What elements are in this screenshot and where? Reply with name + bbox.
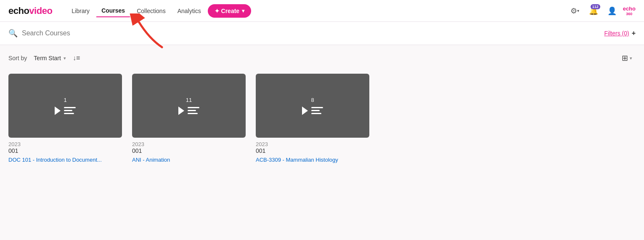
play-line-2b	[188, 110, 196, 111]
filters-label: Filters (0)	[604, 30, 629, 37]
sort-select[interactable]: Term Start ▾	[34, 55, 66, 61]
courses-grid: 1 2023 001 DOC 101 - Introduction to Doc…	[0, 69, 644, 176]
search-bar: 🔍 Filters (0) +	[0, 22, 644, 45]
course-thumbnail-2: 8	[256, 74, 369, 138]
play-lines-1	[188, 107, 199, 114]
play-triangle-2	[302, 107, 308, 115]
play-line-1b	[188, 107, 199, 108]
create-button[interactable]: ✦ Create ▾	[208, 4, 251, 18]
user-button[interactable]: 👤	[604, 3, 620, 19]
play-line-3c	[311, 113, 321, 114]
sort-by-label: Sort by	[8, 55, 27, 61]
search-input[interactable]	[22, 29, 604, 37]
create-label: ✦ Create	[215, 8, 239, 14]
echo360-top-text: echo	[623, 5, 636, 12]
sort-chevron: ▾	[64, 56, 66, 61]
sort-order-button[interactable]: ↓≡	[73, 54, 80, 62]
add-filter-button[interactable]: +	[632, 29, 636, 37]
play-line-2	[64, 110, 72, 111]
play-icon-2	[302, 107, 323, 115]
settings-button[interactable]: ⚙ ▾	[567, 3, 583, 19]
course-year-0: 2023	[8, 141, 122, 147]
play-line-3b	[188, 113, 198, 114]
course-section-0: 001	[8, 147, 122, 154]
play-icon-1	[178, 107, 199, 115]
course-card-0[interactable]: 1 2023 001 DOC 101 - Introduction to Doc…	[8, 74, 122, 163]
grid-chevron: ▾	[630, 56, 632, 61]
header-right: ⚙ ▾ 🔔 112 👤 echo 360	[567, 3, 636, 19]
course-count-1: 11	[186, 97, 192, 103]
settings-chevron: ▾	[577, 8, 579, 13]
search-input-wrap: 🔍	[8, 29, 604, 38]
course-name-1[interactable]: ANI - Animation	[132, 157, 246, 163]
sort-value: Term Start	[34, 55, 61, 61]
course-section-2: 001	[256, 147, 369, 154]
toolbar: Sort by Term Start ▾ ↓≡ ⊞ ▾	[0, 45, 644, 69]
play-line-3	[64, 113, 74, 114]
course-count-2: 8	[311, 97, 314, 103]
course-count-0: 1	[64, 97, 66, 103]
gear-icon: ⚙	[570, 6, 577, 16]
course-thumbnail-1: 11	[132, 74, 246, 138]
logo[interactable]: echo video	[8, 5, 52, 16]
play-line-1	[64, 107, 76, 108]
user-icon: 👤	[607, 6, 617, 16]
course-thumbnail-0: 1	[8, 74, 122, 138]
grid-icon: ⊞	[622, 53, 628, 63]
course-section-1: 001	[132, 147, 246, 154]
logo-video: video	[29, 5, 52, 16]
notification-badge: 112	[591, 4, 600, 9]
create-chevron: ▾	[242, 8, 244, 14]
header: echo video Library Courses Collections A…	[0, 0, 644, 22]
grid-controls: ⊞ ▾	[618, 52, 636, 64]
course-name-2[interactable]: ACB-3309 - Mammalian Histology	[256, 157, 369, 163]
play-line-2c	[311, 110, 320, 111]
echo360-bot-text: 360	[626, 12, 632, 16]
echo360-logo[interactable]: echo 360	[623, 5, 636, 16]
nav-item-analytics[interactable]: Analytics	[172, 5, 206, 17]
course-name-0[interactable]: DOC 101 - Introduction to Document...	[8, 157, 122, 163]
play-triangle-0	[55, 107, 61, 115]
nav-item-library[interactable]: Library	[66, 5, 95, 17]
play-icon-0	[55, 107, 76, 115]
play-lines-2	[311, 107, 323, 114]
course-card-2[interactable]: 8 2023 001 ACB-3309 - Mammalian Histolog…	[256, 74, 369, 163]
nav-item-collections[interactable]: Collections	[132, 5, 170, 17]
nav-item-courses[interactable]: Courses	[96, 5, 130, 17]
search-icon: 🔍	[8, 29, 18, 38]
play-line-1c	[311, 107, 323, 108]
course-card-1[interactable]: 11 2023 001 ANI - Animation	[132, 74, 246, 163]
notifications-button[interactable]: 🔔 112	[586, 3, 601, 19]
grid-view-button[interactable]: ⊞ ▾	[618, 52, 636, 64]
play-lines-0	[64, 107, 76, 114]
course-year-2: 2023	[256, 141, 369, 147]
play-triangle-1	[178, 107, 184, 115]
main-nav: Library Courses Collections Analytics ✦ …	[66, 4, 557, 18]
logo-echo: echo	[8, 5, 29, 16]
filters-button[interactable]: Filters (0)	[604, 30, 629, 37]
course-year-1: 2023	[132, 141, 246, 147]
